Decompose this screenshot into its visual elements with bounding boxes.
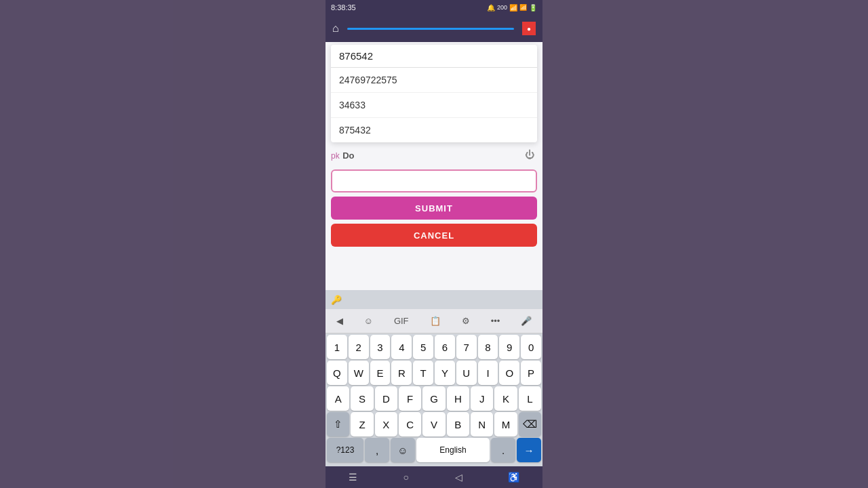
key-1[interactable]: 1: [327, 335, 347, 359]
key-q[interactable]: Q: [327, 361, 347, 385]
key-k[interactable]: K: [494, 386, 517, 411]
number-row: 1 2 3 4 5 6 7 8 9 0: [327, 335, 541, 359]
accessibility-icon[interactable]: ♿: [508, 472, 519, 483]
emoji-key[interactable]: ☺: [391, 438, 415, 462]
comma-key[interactable]: ,: [365, 438, 389, 462]
symbols-key[interactable]: ?123: [327, 438, 363, 462]
key-h[interactable]: H: [447, 386, 469, 411]
bell-icon: 🔔: [487, 4, 495, 12]
key-v[interactable]: V: [422, 412, 445, 436]
password-icon-bar: 🔑: [326, 290, 542, 309]
app-content: pk Do ⏻: [326, 145, 542, 165]
search-input-text: 876542: [339, 50, 373, 62]
key-2[interactable]: 2: [349, 335, 369, 359]
key-c[interactable]: C: [399, 412, 421, 436]
key-l[interactable]: L: [519, 386, 541, 411]
more-btn[interactable]: •••: [487, 313, 505, 329]
pk-label: pk: [331, 151, 340, 161]
zxcv-row: ⇧ Z X C V B N M ⌫: [327, 412, 541, 436]
sticker-btn[interactable]: ☺: [360, 313, 377, 329]
right-panel: [542, 0, 868, 488]
clipboard-btn[interactable]: 📋: [426, 313, 445, 329]
key-a[interactable]: A: [327, 386, 349, 411]
status-bar: 8:38:35 🔔 200 📶 📶 🔋: [326, 0, 542, 15]
key-m[interactable]: M: [494, 412, 517, 436]
left-panel: [0, 0, 326, 488]
network-icon: 📶: [519, 4, 527, 11]
gif-btn[interactable]: GIF: [390, 313, 413, 329]
bottom-nav-bar: ☰ ○ ◁ ♿: [326, 466, 542, 488]
power-icon: ⏻: [525, 149, 534, 160]
suggestion-item-3[interactable]: 875432: [331, 118, 537, 142]
key-r[interactable]: R: [391, 361, 412, 385]
key-icon: 🔑: [331, 295, 342, 305]
menu-icon[interactable]: ☰: [349, 472, 357, 483]
key-n[interactable]: N: [471, 412, 493, 436]
key-p[interactable]: P: [521, 361, 541, 385]
autocomplete-dropdown: 876542 24769722575 34633 875432: [331, 45, 537, 142]
key-6[interactable]: 6: [435, 335, 455, 359]
status-time: 8:38:35: [331, 3, 356, 12]
key-g[interactable]: G: [422, 386, 445, 411]
keyboard-area: 🔑 ◀ ☺ GIF 📋 ⚙ ••• 🎤 1 2 3 4 5 6 7 8 9 0 …: [326, 290, 542, 466]
app-area: ⌂ ● 876542 24769722575 34633 875432 pk D…: [326, 15, 542, 290]
record-icon: ●: [527, 25, 531, 33]
backspace-key[interactable]: ⌫: [519, 412, 541, 436]
do-label: Do: [342, 150, 354, 161]
suggestion-item-2[interactable]: 34633: [331, 93, 537, 118]
phone-container: 8:38:35 🔔 200 📶 📶 🔋 ⌂ ● 876542: [326, 0, 542, 488]
signal-icon: 200: [497, 4, 507, 11]
shift-key[interactable]: ⇧: [327, 412, 349, 436]
nav-bar: ⌂ ●: [326, 15, 542, 42]
key-9[interactable]: 9: [499, 335, 519, 359]
text-input-field[interactable]: [331, 169, 537, 192]
battery-icon: 🔋: [529, 4, 537, 12]
enter-key[interactable]: →: [517, 438, 541, 462]
key-s[interactable]: S: [351, 386, 373, 411]
key-o[interactable]: O: [499, 361, 519, 385]
key-4[interactable]: 4: [391, 335, 412, 359]
key-x[interactable]: X: [375, 412, 397, 436]
qwerty-row: Q W E R T Y U I O P: [327, 361, 541, 385]
key-d[interactable]: D: [375, 386, 397, 411]
mic-btn[interactable]: 🎤: [517, 313, 536, 329]
suggestion-item-1[interactable]: 24769722575: [331, 68, 537, 93]
key-e[interactable]: E: [370, 361, 391, 385]
key-i[interactable]: I: [478, 361, 498, 385]
key-8[interactable]: 8: [478, 335, 498, 359]
asdf-row: A S D F G H J K L: [327, 386, 541, 411]
status-icons: 🔔 200 📶 📶 🔋: [487, 4, 537, 12]
back-nav-icon[interactable]: ◁: [455, 472, 462, 483]
period-key[interactable]: .: [491, 438, 515, 462]
submit-button[interactable]: SUBMIT: [331, 197, 537, 220]
home-icon[interactable]: ⌂: [332, 22, 339, 35]
key-b[interactable]: B: [447, 412, 469, 436]
key-w[interactable]: W: [349, 361, 369, 385]
key-u[interactable]: U: [456, 361, 477, 385]
search-input-row[interactable]: 876542: [331, 45, 537, 68]
key-f[interactable]: F: [399, 386, 421, 411]
bottom-key-row: ?123 , ☺ English . →: [327, 438, 541, 462]
key-j[interactable]: J: [471, 386, 493, 411]
toolbar-row: ◀ ☺ GIF 📋 ⚙ ••• 🎤: [326, 309, 542, 333]
key-7[interactable]: 7: [456, 335, 477, 359]
key-3[interactable]: 3: [370, 335, 391, 359]
back-btn[interactable]: ◀: [332, 313, 347, 329]
wifi-icon: 📶: [509, 4, 517, 12]
key-0[interactable]: 0: [521, 335, 541, 359]
key-5[interactable]: 5: [413, 335, 433, 359]
home-nav-icon[interactable]: ○: [403, 472, 408, 483]
space-key[interactable]: English: [416, 438, 490, 462]
key-y[interactable]: Y: [435, 361, 455, 385]
key-t[interactable]: T: [413, 361, 433, 385]
cancel-button[interactable]: CANCEL: [331, 224, 537, 247]
key-z[interactable]: Z: [351, 412, 373, 436]
settings-btn[interactable]: ⚙: [458, 313, 474, 329]
